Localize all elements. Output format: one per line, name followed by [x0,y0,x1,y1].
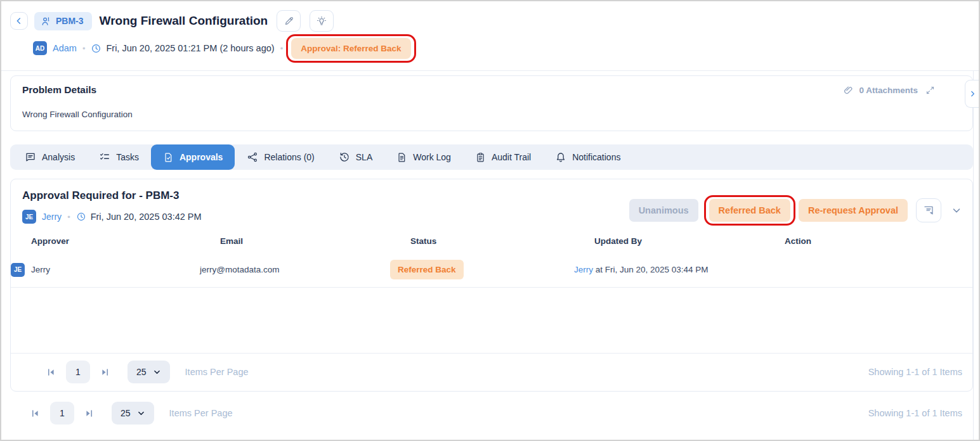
tab-label: Notifications [572,152,620,162]
tab-label: Work Log [413,152,451,162]
comments-button[interactable] [916,198,941,222]
tab-label: Analysis [42,152,75,162]
requester-link[interactable]: Jerry [42,212,62,222]
table-empty-space [11,288,972,354]
column-header: Action [785,236,972,246]
first-page-button[interactable] [42,368,60,377]
tab-label: Approvals [180,152,223,162]
created-timestamp: Fri, Jun 20, 2025 01:21 PM (2 hours ago) [106,43,274,53]
table-pagination: 1 25 Items Per Page Showing 1-1 of 1 Ite… [11,354,972,391]
side-panel-toggle-button[interactable] [965,80,979,108]
comment-icon [25,151,36,163]
document-icon [396,152,407,163]
page-size-value: 25 [121,408,131,418]
problem-id: PBM-3 [56,16,84,26]
avatar: JE [11,263,25,277]
avatar: AD [33,41,47,55]
page-number-button[interactable]: 1 [50,402,74,425]
clock-icon [76,212,86,222]
page-pagination: 1 25 Items Per Page Showing 1-1 of 1 Ite… [27,402,962,425]
approver-email: jerry@motadata.com [200,265,390,274]
chevron-down-icon [153,368,161,376]
approval-title: Approval Required for - PBM-3 [22,189,202,202]
status-badge: Referred Back [390,260,464,279]
dot-separator: • [67,212,70,222]
page-header: PBM-3 Wrong Firewall Configuration AD Ad… [1,1,979,71]
page-number-button[interactable]: 1 [66,361,90,383]
last-page-button[interactable] [96,368,114,377]
side-panel-divider [973,71,974,440]
expand-icon[interactable] [925,86,935,95]
chevron-down-icon [137,409,145,418]
clock-icon [91,43,101,54]
page-size-value: 25 [136,367,147,377]
lightbulb-icon [316,15,327,27]
avatar: JE [22,210,36,224]
approvers-table: Approver Email Status Updated By Action … [11,236,972,354]
first-page-button[interactable] [27,409,44,418]
collapse-chevron-icon[interactable] [951,205,962,216]
relations-icon [247,151,258,163]
items-per-page-label: Items Per Page [185,367,249,377]
problem-id-badge: PBM-3 [34,12,92,30]
table-header-row: Approver Email Status Updated By Action [11,236,972,255]
tab-label: Tasks [116,152,139,162]
approver-name: Jerry [31,265,50,274]
problem-user-icon [41,16,51,27]
tab-analysis[interactable]: Analysis [13,144,87,170]
tab-label: Audit Trail [492,152,531,162]
tab-sla[interactable]: SLA [327,144,384,170]
tab-relations[interactable]: Relations (0) [235,144,326,170]
tab-approvals[interactable]: Approvals [151,144,235,170]
approval-status-badge: Approval: Referred Back [291,38,410,59]
detail-tabbar: Analysis Tasks Approvals Relations (0) S… [10,144,973,170]
problem-details-card: Problem Details 0 Attachments Wrong Fire… [10,75,973,131]
checklist-icon [99,151,110,163]
referred-back-button[interactable]: Referred Back [709,199,790,222]
approval-timestamp: Fri, Jun 20, 2025 03:42 PM [91,212,202,222]
tab-tasks[interactable]: Tasks [87,144,151,170]
chevron-left-icon [14,16,24,26]
unanimous-button[interactable]: Unanimous [629,199,698,222]
column-header: Email [220,236,410,246]
tab-notifications[interactable]: Notifications [543,144,632,170]
back-button[interactable] [10,12,28,30]
showing-items-label: Showing 1-1 of 1 Items [868,367,962,377]
chevron-right-icon [968,89,977,98]
rerequest-approval-button[interactable]: Re-request Approval [799,199,908,222]
bell-icon [555,151,566,163]
problem-detail-page: PBM-3 Wrong Firewall Configuration AD Ad… [0,0,980,441]
attachments-count-label: 0 Attachments [859,86,918,95]
file-check-icon [163,152,174,163]
items-per-page-label: Items Per Page [169,408,233,418]
pencil-icon [284,16,294,27]
chat-icon [923,205,934,216]
page-size-dropdown[interactable]: 25 [127,361,170,383]
tab-label: SLA [356,152,372,162]
page-title: Wrong Firewall Configuration [100,14,268,28]
table-row: JE Jerry jerry@motadata.com Referred Bac… [11,255,972,288]
attachments-button[interactable]: 0 Attachments [843,85,918,96]
problem-description: Wrong Firewall Configuration [22,110,962,119]
suggestion-button[interactable] [310,10,334,32]
last-page-button[interactable] [81,409,98,418]
tab-audittrail[interactable]: Audit Trail [463,144,543,170]
tab-label: Relations (0) [264,152,314,162]
showing-items-label: Showing 1-1 of 1 Items [868,408,962,418]
tab-worklog[interactable]: Work Log [384,144,463,170]
page-size-dropdown[interactable]: 25 [112,402,154,425]
column-header: Updated By [594,236,785,246]
updated-at-text: at Fri, Jun 20, 2025 03:44 PM [593,265,709,274]
clipboard-icon [475,152,486,163]
paperclip-icon [843,85,854,96]
author-link[interactable]: Adam [53,43,77,53]
dot-separator: • [280,44,284,53]
column-header: Status [410,236,594,246]
dot-separator: • [82,44,86,53]
edit-button[interactable] [277,10,301,32]
history-clock-icon [339,151,350,163]
approval-card: Approval Required for - PBM-3 JE Jerry •… [10,179,973,392]
column-header: Approver [31,236,220,246]
updated-by-link[interactable]: Jerry [574,265,593,274]
problem-details-title: Problem Details [22,84,96,96]
